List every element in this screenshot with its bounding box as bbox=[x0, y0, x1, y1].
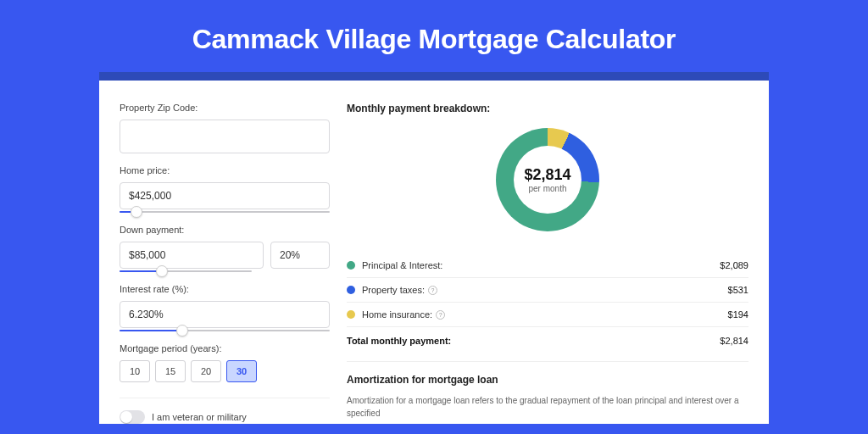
field-period: Mortgage period (years): 10 15 20 30 bbox=[120, 343, 330, 382]
principal-label: Principal & Interest: bbox=[362, 260, 720, 270]
swatch-green bbox=[347, 261, 355, 270]
veteran-toggle[interactable] bbox=[120, 410, 145, 424]
taxes-label: Property taxes: bbox=[362, 285, 425, 295]
period-15[interactable]: 15 bbox=[155, 360, 186, 382]
down-slider-thumb[interactable] bbox=[156, 265, 168, 277]
field-rate: Interest rate (%): bbox=[120, 284, 330, 331]
swatch-yellow bbox=[347, 310, 355, 319]
rate-slider-thumb[interactable] bbox=[176, 325, 188, 337]
info-icon[interactable]: ? bbox=[436, 310, 445, 320]
period-20[interactable]: 20 bbox=[191, 360, 221, 382]
taxes-value: $531 bbox=[728, 285, 748, 295]
amortization-section: Amortization for mortgage loan Amortizat… bbox=[347, 361, 748, 420]
line-total: Total monthly payment: $2,814 bbox=[347, 327, 748, 353]
down-input[interactable] bbox=[120, 242, 264, 269]
donut-amount: $2,814 bbox=[524, 166, 570, 184]
principal-value: $2,089 bbox=[720, 260, 748, 270]
price-input[interactable] bbox=[120, 182, 330, 209]
insurance-value: $194 bbox=[728, 309, 748, 320]
swatch-blue bbox=[347, 286, 355, 294]
veteran-row: I am veteran or military bbox=[120, 398, 330, 424]
period-10[interactable]: 10 bbox=[120, 360, 150, 382]
field-down: Down payment: bbox=[120, 225, 330, 272]
page-title: Cammack Village Mortgage Calculator bbox=[0, 0, 868, 72]
rate-label: Interest rate (%): bbox=[120, 284, 330, 294]
zip-label: Property Zip Code: bbox=[120, 103, 330, 113]
down-pct-input[interactable] bbox=[270, 242, 330, 269]
rate-slider[interactable] bbox=[120, 330, 330, 331]
price-slider-thumb[interactable] bbox=[131, 206, 142, 218]
total-label: Total monthly payment: bbox=[347, 336, 720, 346]
veteran-label: I am veteran or military bbox=[152, 412, 247, 422]
calculator-card: Property Zip Code: Home price: Down paym… bbox=[99, 81, 769, 424]
period-30[interactable]: 30 bbox=[226, 360, 257, 382]
donut-chart: $2,814 per month bbox=[496, 128, 599, 231]
down-label: Down payment: bbox=[120, 225, 330, 235]
zip-input[interactable] bbox=[120, 120, 330, 153]
line-insurance: Home insurance: ? $194 bbox=[347, 303, 748, 327]
line-principal: Principal & Interest: $2,089 bbox=[347, 253, 748, 278]
insurance-label: Home insurance: bbox=[362, 309, 432, 320]
total-value: $2,814 bbox=[720, 336, 748, 346]
amort-title: Amortization for mortgage loan bbox=[347, 374, 748, 386]
period-label: Mortgage period (years): bbox=[120, 343, 330, 353]
donut-wrap: $2,814 per month bbox=[347, 123, 748, 243]
rate-input[interactable] bbox=[120, 301, 330, 328]
info-icon[interactable]: ? bbox=[428, 286, 437, 295]
price-slider[interactable] bbox=[120, 211, 330, 213]
toggle-knob bbox=[120, 411, 132, 423]
breakdown-column: Monthly payment breakdown: $2,814 per mo… bbox=[330, 103, 748, 424]
donut-sub: per month bbox=[524, 184, 570, 193]
period-options: 10 15 20 30 bbox=[120, 360, 330, 382]
card-container: Property Zip Code: Home price: Down paym… bbox=[99, 72, 769, 424]
down-slider[interactable] bbox=[120, 270, 252, 272]
breakdown-title: Monthly payment breakdown: bbox=[347, 103, 748, 114]
line-taxes: Property taxes: ? $531 bbox=[347, 278, 748, 303]
amort-text: Amortization for a mortgage loan refers … bbox=[347, 394, 748, 420]
price-label: Home price: bbox=[120, 165, 330, 175]
field-price: Home price: bbox=[120, 165, 330, 213]
form-column: Property Zip Code: Home price: Down paym… bbox=[120, 103, 330, 424]
field-zip: Property Zip Code: bbox=[120, 103, 330, 153]
